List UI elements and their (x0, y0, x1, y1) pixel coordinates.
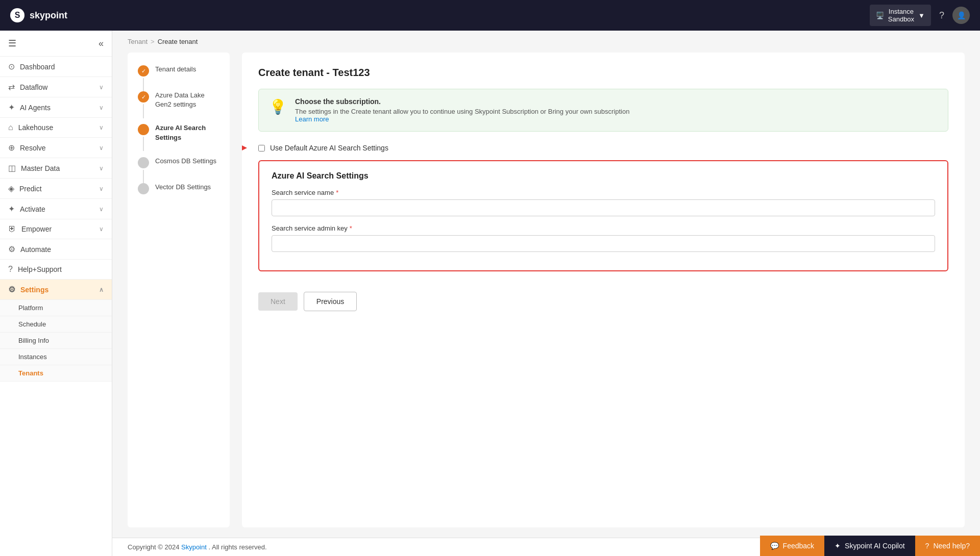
avatar[interactable]: 👤 (952, 7, 970, 24)
needhelp-button[interactable]: ? Need help? (915, 536, 980, 556)
resolve-icon: ⊕ (8, 143, 15, 153)
sidebar-item-empower[interactable]: ⛨ Empower ∨ (0, 219, 112, 239)
sidebar-item-label: Automate (20, 245, 51, 254)
footer-copyright: Copyright © 2024 Skypoint . All rights r… (128, 543, 267, 551)
sidebar-item-dataflow[interactable]: ⇄ Dataflow ∨ (0, 77, 112, 97)
topnav-right: 🖥️ Instance Sandbox ▼ ? 👤 (870, 5, 970, 26)
sidebar-collapse-icon[interactable]: « (99, 38, 104, 49)
previous-button[interactable]: Previous (304, 292, 357, 311)
sidebar-item-settings[interactable]: ⚙ Settings ∧ (0, 280, 112, 300)
sidebar-item-label: Master Data (21, 164, 60, 172)
step-label-active: Azure AI Search Settings (155, 123, 219, 142)
step-label: Tenant details (155, 65, 196, 74)
step-tenant-details: ✓ Tenant details (138, 65, 219, 77)
chevron-icon: ∨ (99, 185, 104, 192)
instance-selector[interactable]: 🖥️ Instance Sandbox ▼ (870, 5, 931, 26)
next-button[interactable]: Next (258, 292, 298, 311)
red-arrow-indicator (242, 143, 247, 153)
page-title: Create tenant - Test123 (258, 67, 948, 79)
checkbox-label[interactable]: Use Default Azure AI Search Settings (270, 144, 388, 152)
search-service-name-input[interactable] (272, 199, 935, 216)
step-azure-data-lake: ✓ Azure Data Lake Gen2 settings (138, 91, 219, 109)
azure-settings-title: Azure AI Search Settings (272, 171, 935, 181)
chevron-icon: ∨ (99, 104, 104, 111)
sidebar-sub-item-tenants[interactable]: Tenants (0, 365, 112, 382)
empower-icon: ⛨ (8, 224, 16, 234)
sidebar-sub-settings: Platform Schedule Billing Info Instances… (0, 300, 112, 382)
footer-link[interactable]: Skypoint (181, 543, 207, 551)
activate-icon: ✦ (8, 204, 15, 214)
chevron-icon: ∨ (99, 124, 104, 131)
search-service-name-label: Search service name * (272, 189, 935, 196)
sidebar-item-predict[interactable]: ◈ Predict ∨ (0, 179, 112, 199)
learn-more-link[interactable]: Learn more (295, 115, 329, 123)
sidebar-item-lakehouse[interactable]: ⌂ Lakehouse ∨ (0, 118, 112, 138)
sidebar-item-label: Lakehouse (18, 123, 54, 132)
layout: ☰ « ⊙ Dashboard ⇄ Dataflow ∨ ✦ AI Agents… (0, 31, 980, 556)
info-box: 💡 Choose the subscription. The settings … (258, 89, 948, 132)
search-service-admin-key-input[interactable] (272, 235, 935, 252)
search-service-admin-key-field: Search service admin key * (272, 224, 935, 252)
chevron-icon: ∨ (99, 225, 104, 233)
sidebar-menu-icon[interactable]: ☰ (8, 38, 16, 49)
dashboard-icon: ⊙ (8, 62, 15, 71)
sidebar-item-ai-agents[interactable]: ✦ AI Agents ∨ (0, 97, 112, 118)
sidebar-item-label: Resolve (20, 144, 46, 152)
logo-name: skypoint (30, 10, 67, 21)
sidebar-sub-item-instances[interactable]: Instances (0, 349, 112, 365)
sidebar-item-help-support[interactable]: ? Help+Support (0, 260, 112, 280)
help-icon[interactable]: ? (939, 10, 944, 21)
content: ✓ Tenant details ✓ Azure Data Lake Gen2 … (112, 53, 980, 538)
feedback-button[interactable]: 💬 Feedback (760, 536, 824, 556)
breadcrumb-separator: > (151, 38, 155, 45)
feedback-label: Feedback (783, 542, 814, 550)
chevron-down-icon: ▼ (918, 12, 925, 19)
copilot-label: Skypoint AI Copilot (845, 542, 905, 550)
sidebar-sub-item-schedule[interactable]: Schedule (0, 316, 112, 333)
step-label: Cosmos DB Settings (155, 157, 216, 166)
sidebar-item-resolve[interactable]: ⊕ Resolve ∨ (0, 138, 112, 158)
main: Tenant > Create tenant ✓ Tenant details … (112, 31, 980, 556)
form-panel: Create tenant - Test123 💡 Choose the sub… (242, 53, 965, 527)
search-service-admin-key-label: Search service admin key * (272, 224, 935, 232)
breadcrumb: Tenant > Create tenant (112, 31, 980, 53)
automate-icon: ⚙ (8, 244, 15, 254)
step-cosmos-db: Cosmos DB Settings (138, 157, 219, 168)
chevron-icon: ∧ (99, 286, 104, 293)
needhelp-label: Need help? (933, 542, 970, 550)
chevron-icon: ∨ (99, 165, 104, 172)
steps-panel: ✓ Tenant details ✓ Azure Data Lake Gen2 … (128, 53, 230, 527)
breadcrumb-parent[interactable]: Tenant (128, 38, 148, 45)
instance-icon: 🖥️ (876, 12, 884, 19)
predict-icon: ◈ (8, 184, 14, 193)
chevron-icon: ∨ (99, 84, 104, 91)
logo: S skypoint (10, 8, 67, 22)
sidebar-item-label: Settings (20, 286, 48, 294)
chevron-icon: ∨ (99, 206, 104, 213)
step-circle-active (138, 124, 149, 135)
use-default-checkbox[interactable] (258, 145, 265, 151)
checkbox-row: Use Default Azure AI Search Settings (258, 144, 948, 152)
sidebar-sub-item-platform[interactable]: Platform (0, 300, 112, 316)
sidebar-sub-item-billing-info[interactable]: Billing Info (0, 333, 112, 349)
sidebar-item-label: Activate (20, 205, 45, 213)
search-service-name-field: Search service name * (272, 189, 935, 216)
sidebar-item-automate[interactable]: ⚙ Automate (0, 239, 112, 260)
dataflow-icon: ⇄ (8, 82, 15, 92)
sidebar-item-master-data[interactable]: ◫ Master Data ∨ (0, 158, 112, 179)
lakehouse-icon: ⌂ (8, 123, 13, 132)
required-star: * (336, 189, 338, 196)
sidebar: ☰ « ⊙ Dashboard ⇄ Dataflow ∨ ✦ AI Agents… (0, 31, 112, 556)
bottom-toolbar: 💬 Feedback ✦ Skypoint AI Copilot ? Need … (760, 536, 980, 556)
sidebar-item-label: Empower (21, 225, 52, 233)
info-desc: The settings in the Create tenant allow … (295, 108, 629, 123)
step-label: Azure Data Lake Gen2 settings (155, 91, 219, 109)
step-azure-ai-search: Azure AI Search Settings (138, 123, 219, 142)
sidebar-item-dashboard[interactable]: ⊙ Dashboard (0, 57, 112, 77)
step-circle-completed: ✓ (138, 65, 149, 77)
step-circle-inactive (138, 183, 149, 194)
feedback-icon: 💬 (770, 542, 779, 550)
sidebar-item-activate[interactable]: ✦ Activate ∨ (0, 199, 112, 219)
sidebar-item-label: Dashboard (20, 63, 55, 71)
copilot-button[interactable]: ✦ Skypoint AI Copilot (824, 536, 915, 556)
